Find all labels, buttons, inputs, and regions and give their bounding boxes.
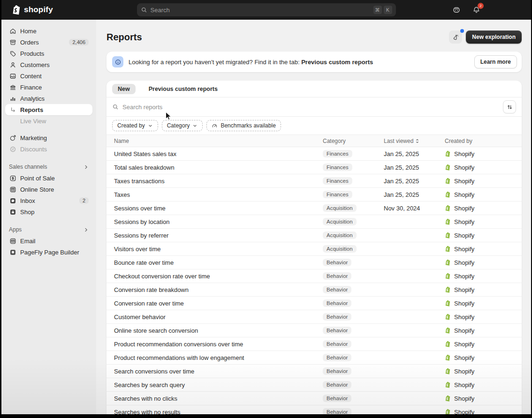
shopify-bag-green-icon (445, 164, 451, 171)
shortcut-keys: ⌘ K (373, 6, 392, 14)
finance-icon (9, 83, 16, 91)
table-row[interactable]: Conversion rate over time Behavior Shopi… (106, 297, 522, 310)
sidebar-item-point-of-sale[interactable]: Point of Sale (5, 172, 92, 184)
reports-search-input[interactable] (122, 104, 499, 111)
table-row[interactable]: Bounce rate over time Behavior Shopify (106, 256, 522, 269)
sidebar-section-apps[interactable]: Apps (9, 225, 89, 234)
shopify-bag-green-icon (445, 354, 451, 361)
tab-previous-custom-reports[interactable]: Previous custom reports (143, 84, 223, 94)
category-badge: Acquisition (323, 218, 357, 225)
report-name: Total sales breakdown (106, 164, 323, 171)
sidebar-item-analytics[interactable]: Analytics (5, 93, 92, 104)
chevron-right-icon (84, 227, 89, 232)
filter-created-by[interactable]: Created by (112, 120, 158, 131)
sidebar-item-inbox[interactable]: Inbox 2 (5, 195, 92, 206)
table-row[interactable]: Taxes Finances Jan 25, 2025 Shopify (106, 188, 522, 202)
table-row[interactable]: Conversion rate breakdown Behavior Shopi… (106, 283, 522, 297)
filter-benchmarks-available[interactable]: Benchmarks available (206, 120, 281, 131)
shopify-bag-green-icon (445, 218, 451, 225)
sidebar-item-live-view[interactable]: Live View (5, 115, 92, 127)
sidebar-item-orders[interactable]: Orders 2,406 (5, 37, 92, 48)
table-row[interactable]: Online store search conversion Behavior … (106, 324, 522, 337)
table-row[interactable]: Visitors over time Acquisition Shopify (106, 242, 522, 256)
benchmark-gauge-icon (212, 123, 218, 129)
table-row[interactable]: Searches with no results Behavior Shopif… (106, 405, 522, 414)
top-bar: shopify ⌘ K 2 (1, 0, 531, 20)
sidebar: Home Orders 2,406 Products Customers Con… (1, 20, 96, 414)
topbar-actions: 2 (451, 0, 481, 20)
banner-bold-text: Previous custom reports (301, 59, 373, 66)
sort-button[interactable] (503, 100, 516, 113)
new-exploration-button[interactable]: New exploration (466, 30, 522, 44)
table-row[interactable]: Total sales breakdown Finances Jan 25, 2… (106, 161, 522, 174)
table-row[interactable]: Search conversions over time Behavior Sh… (106, 365, 522, 378)
products-icon (9, 50, 16, 57)
table-row[interactable]: Product recommendation conversions over … (106, 337, 522, 351)
sort-carets-icon (415, 138, 420, 144)
shopify-bag-green-icon (445, 395, 451, 402)
report-name: Online store search conversion (106, 327, 323, 334)
shopify-bag-green-icon (445, 150, 451, 157)
table-row[interactable]: Searches by search query Behavior Shopif… (106, 378, 522, 392)
sidebar-item-pagefly-page-builder[interactable]: PageFly Page Builder (5, 246, 92, 258)
sidebar-item-email[interactable]: Email (5, 235, 92, 246)
sidebar-item-customers[interactable]: Customers (5, 59, 92, 70)
created-by-label: Shopify (454, 164, 474, 171)
arrows-updown-icon (507, 104, 513, 110)
learn-more-button[interactable]: Learn more (474, 55, 517, 68)
category-badge: Finances (323, 164, 352, 171)
table-row[interactable]: Searches with no clicks Behavior Shopify (106, 392, 522, 405)
global-search-input[interactable] (151, 7, 370, 14)
table-row[interactable]: Taxes transactions Finances Jan 25, 2025… (106, 174, 522, 188)
report-name: Product recommendations with low engagem… (106, 354, 323, 361)
flask-sparkle-icon (452, 34, 459, 41)
tab-new[interactable]: New (112, 84, 136, 94)
table-row[interactable]: Sessions by location Acquisition Shopify (106, 215, 522, 229)
sidekick-icon[interactable] (451, 5, 462, 15)
sidebar-item-content[interactable]: Content (5, 70, 92, 82)
category-badge: Behavior (323, 299, 351, 307)
search-icon (112, 104, 119, 110)
global-search[interactable]: ⌘ K (137, 3, 396, 16)
notifications-button[interactable]: 2 (471, 5, 481, 15)
shopify-bag-green-icon (445, 368, 451, 374)
created-by-label: Shopify (454, 232, 474, 239)
created-by-label: Shopify (454, 259, 474, 266)
shop-icon (9, 208, 16, 216)
new-feature-dot (460, 29, 464, 33)
table-row[interactable]: Product recommendations with low engagem… (106, 351, 522, 365)
shopify-bag-icon (12, 5, 21, 15)
category-badge: Behavior (323, 286, 351, 293)
table-row[interactable]: Checkout conversion rate over time Behav… (106, 269, 522, 283)
sidebar-item-reports[interactable]: Reports (5, 104, 92, 115)
created-by-label: Shopify (454, 409, 474, 415)
sidebar-item-marketing[interactable]: Marketing (5, 132, 92, 143)
sidebar-item-online-store[interactable]: Online Store (5, 184, 92, 195)
shopify-bag-green-icon (445, 341, 451, 347)
category-badge: Behavior (323, 367, 351, 375)
table-row[interactable]: Sessions over time Acquisition Nov 30, 2… (106, 202, 522, 215)
sidebar-item-products[interactable]: Products (5, 48, 92, 59)
sidebar-item-discounts[interactable]: Discounts (5, 143, 92, 155)
category-badge: Behavior (323, 395, 351, 402)
created-by-label: Shopify (454, 341, 474, 348)
table-row[interactable]: United States sales tax Finances Jan 25,… (106, 147, 522, 161)
exploration-icon-button[interactable] (449, 30, 462, 44)
chevron-down-icon (148, 123, 153, 128)
sidebar-item-finance[interactable]: Finance (5, 82, 92, 93)
column-last-viewed[interactable]: Last viewed (384, 138, 445, 144)
migration-banner: Looking for a report you haven't yet mig… (106, 52, 522, 72)
report-name: Searches by search query (106, 381, 323, 388)
table-row[interactable]: Sessions by referrer Acquisition Shopify (106, 229, 522, 242)
sidebar-section-sales-channels[interactable]: Sales channels (9, 162, 89, 172)
table-row[interactable]: Customer behavior Behavior Shopify (106, 310, 522, 324)
sidebar-item-shop[interactable]: Shop (5, 206, 92, 217)
sidebar-item-home[interactable]: Home (5, 25, 92, 37)
online-store-icon (9, 186, 16, 193)
notification-badge: 2 (478, 3, 484, 9)
shopify-logo[interactable]: shopify (12, 5, 53, 15)
shopify-bag-green-icon (445, 259, 451, 266)
report-name: Searches with no clicks (106, 395, 323, 402)
filter-category[interactable]: Category (162, 120, 203, 131)
table-header: Name Category Last viewed Created by (106, 134, 522, 147)
